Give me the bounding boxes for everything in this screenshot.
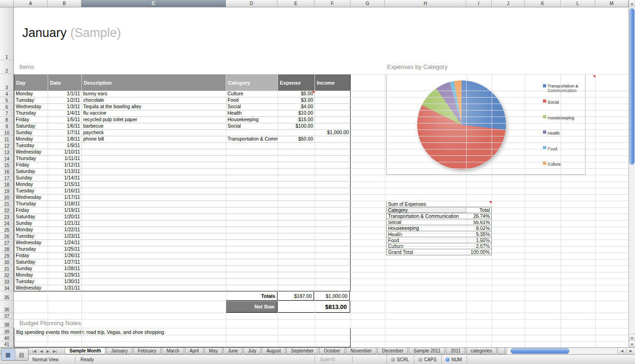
cell-expense[interactable]: $4.00 [278, 104, 315, 110]
pivot-category-cell[interactable]: Health [386, 231, 467, 237]
column-header-D[interactable]: D [226, 0, 277, 7]
cell-day[interactable]: Tuesday [14, 97, 48, 104]
row-header-33[interactable]: 33 [0, 278, 13, 285]
cell-income[interactable] [315, 194, 350, 201]
cell-description[interactable] [82, 265, 226, 272]
row-header-4[interactable]: 4 [0, 91, 13, 97]
cell-expense[interactable] [278, 142, 315, 149]
cell-description[interactable]: Tequila at the bowling alley [82, 104, 226, 110]
cell-expense[interactable] [278, 130, 315, 136]
cell-income[interactable] [315, 104, 350, 110]
cell-description[interactable]: flu vaccine [82, 110, 226, 117]
row-header-32[interactable]: 32 [0, 272, 13, 278]
cell-description[interactable] [82, 155, 226, 162]
cell-date[interactable]: 1/12/11 [48, 162, 82, 168]
cell-description[interactable] [82, 285, 226, 291]
cell-income[interactable] [315, 220, 350, 227]
horizontal-scroll-track[interactable] [507, 348, 617, 354]
cell-category[interactable] [226, 240, 278, 246]
select-all-corner[interactable] [0, 0, 14, 7]
view-mode-label[interactable]: Normal View [32, 355, 59, 364]
cell-income[interactable] [315, 240, 350, 246]
tab-july[interactable]: July [243, 348, 261, 354]
cell-category[interactable] [226, 278, 278, 285]
cell-date[interactable]: 1/15/11 [48, 181, 82, 188]
column-header-G[interactable]: G [351, 0, 385, 7]
cell-category[interactable] [226, 181, 278, 188]
horizontal-scroll-thumb[interactable] [511, 348, 569, 354]
cell-description[interactable] [82, 162, 226, 168]
cell-income[interactable] [315, 227, 350, 233]
tab-scroll-next-button[interactable]: ▶ [46, 349, 49, 353]
cell-category[interactable] [226, 265, 278, 272]
cell-category[interactable] [226, 214, 278, 220]
row-header-28[interactable]: 28 [0, 246, 13, 253]
row-header-7[interactable]: 7 [0, 110, 13, 117]
cell-date[interactable]: 1/19/11 [48, 207, 82, 214]
horizontal-scrollbar[interactable]: ◀ ▶ [506, 348, 635, 354]
cell-day[interactable]: Saturday [14, 259, 48, 265]
cell-date[interactable]: 1/20/11 [48, 214, 82, 220]
cell-income[interactable] [315, 201, 350, 207]
row-header-1[interactable]: 1 [0, 7, 13, 60]
row-header-27[interactable]: 27 [0, 240, 13, 246]
cell-expense[interactable] [278, 181, 315, 188]
cell-description[interactable] [82, 233, 226, 240]
cell-date[interactable]: 1/9/11 [48, 142, 82, 149]
cell-expense[interactable] [278, 227, 315, 233]
cell-income[interactable] [315, 149, 350, 155]
cell-day[interactable]: Friday [14, 253, 48, 259]
cell-category[interactable] [226, 168, 278, 175]
cell-category[interactable] [226, 246, 278, 253]
cell-date[interactable]: 1/16/11 [48, 188, 82, 194]
cell-income[interactable] [315, 265, 350, 272]
cell-description[interactable] [82, 246, 226, 253]
cell-day[interactable]: Friday [14, 117, 48, 123]
tab-sample-2011[interactable]: Sample 2011 [409, 348, 445, 354]
cell-expense[interactable]: $5.00 [278, 91, 315, 97]
cell-description[interactable] [82, 253, 226, 259]
cell-date[interactable]: 1/21/11 [48, 220, 82, 227]
cell-day[interactable]: Friday [14, 162, 48, 168]
cell-category[interactable]: Social [226, 123, 278, 130]
column-header-H[interactable]: H [385, 0, 466, 7]
cell-category[interactable] [226, 149, 278, 155]
cell-description[interactable]: phone bill [82, 136, 226, 142]
row-header-12[interactable]: 12 [0, 142, 13, 149]
cell-date[interactable]: 1/17/11 [48, 194, 82, 201]
netflow-value[interactable]: $813.00 [277, 301, 350, 313]
row-header-19[interactable]: 19 [0, 188, 13, 194]
cell-day[interactable]: Tuesday [14, 278, 48, 285]
row-header-41[interactable]: 41 [0, 341, 13, 347]
cell-income[interactable] [315, 253, 350, 259]
row-header-5[interactable]: 5 [0, 97, 13, 104]
status-indicator-num[interactable]: NUM [441, 355, 467, 364]
tab-april[interactable]: April [185, 348, 203, 354]
cell-income[interactable] [315, 285, 350, 291]
row-header-24[interactable]: 24 [0, 220, 13, 227]
cell-day[interactable]: Tuesday [14, 233, 48, 240]
cell-expense[interactable] [278, 194, 315, 201]
cell-description[interactable] [82, 149, 226, 155]
row-header-13[interactable]: 13 [0, 149, 13, 155]
cell-income[interactable] [315, 272, 350, 278]
cell-description[interactable] [82, 194, 226, 201]
cell-expense[interactable] [278, 253, 315, 259]
column-header-C[interactable]: C [81, 0, 226, 7]
row-header-31[interactable]: 31 [0, 265, 13, 272]
tab-scroll-last-button[interactable]: ▶| [53, 349, 57, 353]
column-header-J[interactable]: J [492, 0, 525, 7]
expenses-chart[interactable]: Transportation & CommunicationSocialHous… [386, 74, 586, 175]
cell-income[interactable] [315, 155, 350, 162]
cell-income[interactable] [315, 136, 350, 142]
cell-day[interactable]: Wednesday [14, 240, 48, 246]
cell-description[interactable] [82, 188, 226, 194]
scroll-left-button[interactable]: ◀ [617, 348, 626, 354]
cell-category[interactable]: Culture [226, 91, 278, 97]
pivot-category-cell[interactable]: Food [386, 237, 467, 243]
cell-category[interactable] [226, 227, 278, 233]
cell-expense[interactable] [278, 207, 315, 214]
column-header-L[interactable]: L [561, 0, 595, 7]
tab-sample-month[interactable]: Sample Month [65, 348, 105, 354]
vertical-scroll-thumb[interactable] [629, 8, 635, 165]
